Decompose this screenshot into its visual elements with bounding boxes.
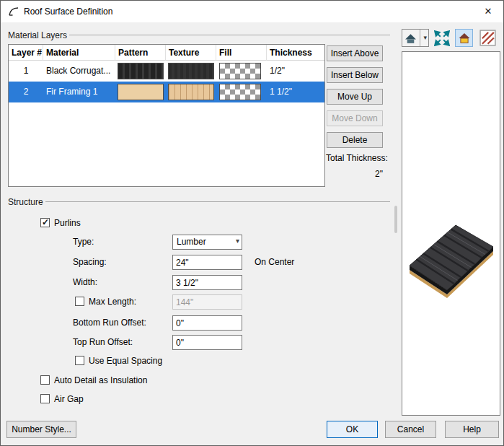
move-up-button[interactable]: Move Up bbox=[327, 89, 383, 105]
pattern-swatch[interactable] bbox=[118, 63, 164, 79]
material-name: Fir Framing 1 bbox=[43, 82, 115, 102]
structure-rule bbox=[45, 201, 390, 202]
house-icon bbox=[404, 33, 417, 44]
close-icon[interactable]: ✕ bbox=[473, 1, 503, 22]
layer-number: 2 bbox=[9, 82, 43, 102]
type-label: Type: bbox=[73, 237, 94, 247]
preview-viewport[interactable] bbox=[402, 51, 500, 416]
width-input[interactable] bbox=[172, 275, 242, 290]
delete-button[interactable]: Delete bbox=[327, 132, 383, 148]
fill-swatch[interactable] bbox=[219, 63, 261, 79]
roof-icon bbox=[8, 6, 19, 17]
bottom-run-offset-label: Bottom Run Offset: bbox=[73, 318, 146, 328]
number-style-button[interactable]: Number Style... bbox=[6, 421, 76, 438]
texture-swatch[interactable] bbox=[168, 63, 214, 79]
color-toggle-icon[interactable] bbox=[455, 29, 473, 47]
material-name: Black Corrugat... bbox=[43, 61, 115, 82]
purlins-label: Purlins bbox=[54, 218, 81, 228]
total-thickness-value: 2" bbox=[327, 169, 383, 179]
move-down-button: Move Down bbox=[327, 110, 383, 126]
col-header-pattern[interactable]: Pattern bbox=[115, 45, 166, 61]
thickness-value: 1/2" bbox=[267, 61, 324, 82]
table-row[interactable]: 1 Black Corrugat... 1/2" bbox=[9, 61, 324, 82]
air-gap-label: Air Gap bbox=[54, 394, 84, 404]
max-length-label: Max Length: bbox=[89, 297, 136, 307]
section-view-icon[interactable] bbox=[479, 29, 497, 47]
table-row-selected[interactable]: 2 Fir Framing 1 1 1/2" bbox=[9, 82, 324, 102]
help-button[interactable]: Help bbox=[445, 421, 499, 438]
texture-swatch[interactable] bbox=[168, 84, 214, 100]
chevron-down-icon: ▾ bbox=[423, 34, 427, 41]
chevron-down-icon: ▾ bbox=[236, 237, 239, 245]
panel-splitter[interactable] bbox=[394, 206, 397, 233]
type-select[interactable]: Lumber ▾ bbox=[172, 235, 242, 250]
fill-swatch[interactable] bbox=[219, 84, 261, 100]
top-run-offset-label: Top Run Offset: bbox=[73, 337, 133, 347]
window-title: Roof Surface Definition bbox=[24, 1, 112, 22]
fill-window-icon[interactable] bbox=[434, 30, 450, 46]
auto-detail-label: Auto Detail as Insulation bbox=[54, 375, 147, 385]
auto-detail-checkbox[interactable] bbox=[40, 375, 50, 385]
pattern-swatch[interactable] bbox=[118, 84, 164, 100]
split-divider bbox=[420, 30, 420, 46]
type-selected-value: Lumber bbox=[177, 235, 206, 249]
on-center-label: On Center bbox=[255, 257, 294, 267]
material-layers-rule bbox=[69, 35, 390, 35]
standard-views-icon[interactable]: ▾ bbox=[402, 29, 429, 47]
structure-group-label: Structure bbox=[8, 197, 43, 207]
air-gap-checkbox[interactable] bbox=[40, 394, 50, 403]
top-run-offset-input[interactable] bbox=[172, 335, 242, 350]
spacing-input[interactable] bbox=[172, 255, 242, 270]
col-header-layer[interactable]: Layer # bbox=[9, 45, 43, 61]
use-equal-spacing-label: Use Equal Spacing bbox=[89, 356, 162, 366]
col-header-fill[interactable]: Fill bbox=[216, 45, 267, 61]
material-layers-table[interactable]: Layer # Material Pattern Texture Fill Th… bbox=[8, 44, 325, 187]
thickness-value: 1 1/2" bbox=[267, 82, 324, 102]
insert-below-button[interactable]: Insert Below bbox=[327, 67, 383, 83]
cancel-button[interactable]: Cancel bbox=[385, 421, 436, 438]
total-thickness-label: Total Thickness: bbox=[326, 153, 388, 163]
use-equal-spacing-checkbox[interactable] bbox=[75, 356, 84, 365]
ok-button[interactable]: OK bbox=[327, 421, 378, 438]
colored-house-icon bbox=[458, 32, 471, 44]
layer-number: 1 bbox=[9, 61, 43, 82]
spacing-label: Spacing: bbox=[73, 257, 107, 267]
col-header-texture[interactable]: Texture bbox=[166, 45, 216, 61]
col-header-material[interactable]: Material bbox=[43, 45, 115, 61]
titlebar[interactable]: Roof Surface Definition ✕ bbox=[1, 1, 503, 22]
width-label: Width: bbox=[73, 277, 97, 287]
max-length-input bbox=[172, 294, 242, 310]
max-length-checkbox[interactable] bbox=[75, 297, 84, 306]
roof-panel-preview bbox=[402, 209, 500, 339]
bottom-run-offset-input[interactable] bbox=[172, 315, 242, 331]
material-layers-group-label: Material Layers bbox=[8, 30, 67, 40]
col-header-thickness[interactable]: Thickness bbox=[267, 45, 324, 61]
roof-surface-definition-dialog: Roof Surface Definition ✕ Material Layer… bbox=[0, 0, 504, 446]
insert-above-button[interactable]: Insert Above bbox=[327, 45, 383, 61]
purlins-checkbox[interactable] bbox=[40, 218, 50, 227]
